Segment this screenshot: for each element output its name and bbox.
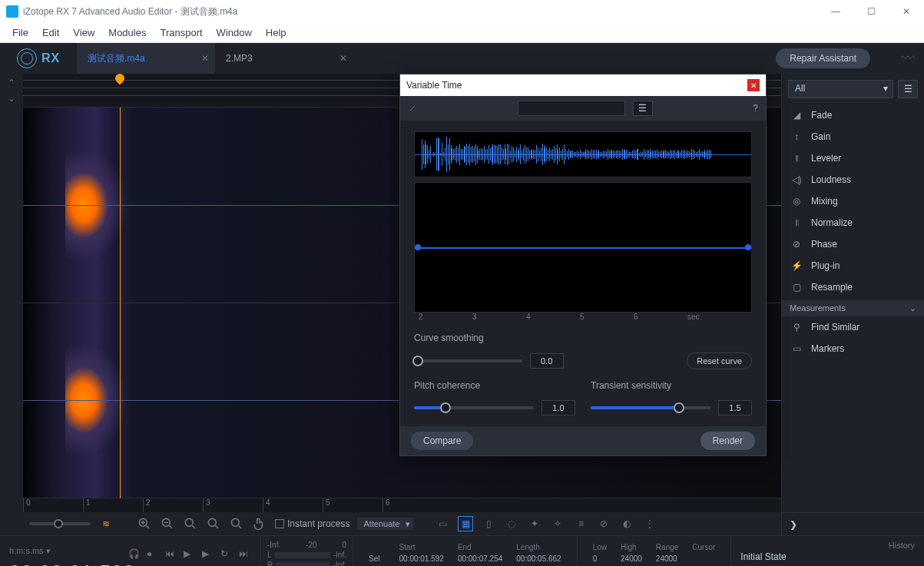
dialog-close-button[interactable]: ✕ <box>747 79 760 91</box>
file-tabs: 测试音频.m4a✕2.MP3✕ <box>77 43 353 74</box>
curve-smoothing-value[interactable]: 0.0 <box>530 353 564 369</box>
curve-handle[interactable] <box>745 244 751 250</box>
transient-value[interactable]: 1.5 <box>718 400 752 415</box>
collapse-down-icon[interactable]: ⌄ <box>3 92 20 104</box>
deselect-icon[interactable]: ⊘ <box>596 516 611 531</box>
tool-find-similar[interactable]: ⚲Find Similar <box>782 316 924 338</box>
instant-process-checkbox[interactable]: Instant process <box>275 518 349 529</box>
time-format-select[interactable]: h:m:s.ms ▾ <box>9 546 51 556</box>
history-state[interactable]: Initial State <box>740 551 915 562</box>
module-icon: ▢ <box>790 280 803 294</box>
module-loudness[interactable]: ◁)Loudness <box>782 169 924 190</box>
chevron-right-icon[interactable]: ❯ <box>790 519 797 530</box>
svg-point-4 <box>231 518 239 526</box>
module-gain[interactable]: ↕Gain <box>782 126 924 147</box>
menu-window[interactable]: Window <box>210 25 258 40</box>
curve-handle[interactable] <box>415 244 421 250</box>
file-tab[interactable]: 2.MP3✕ <box>215 43 353 74</box>
module-normalize[interactable]: ⫴Normalize <box>782 212 924 233</box>
play-button[interactable]: ▶ <box>184 548 196 561</box>
mode-select[interactable]: Attenuate <box>357 518 413 530</box>
measurements-section[interactable]: Measurements⌄ <box>782 300 924 316</box>
tools-list: ⚲Find Similar▭Markers <box>782 316 924 512</box>
close-button[interactable]: ✕ <box>895 6 918 17</box>
menu-view[interactable]: View <box>67 25 101 40</box>
module-icon: ⊘ <box>790 237 803 251</box>
spectro-icon[interactable]: ≋ <box>98 516 114 531</box>
module-leveler[interactable]: ⦀Leveler <box>782 147 924 169</box>
wand-icon[interactable]: ✧ <box>550 516 565 531</box>
invert-sel-icon[interactable]: ◐ <box>619 516 634 531</box>
help-icon[interactable]: ? <box>753 103 758 114</box>
module-resample[interactable]: ▢Resample <box>782 276 924 298</box>
record-button[interactable]: ● <box>147 548 159 561</box>
menu-file[interactable]: File <box>6 25 35 40</box>
dialog-title: Variable Time <box>406 80 462 91</box>
dialog-titlebar[interactable]: Variable Time ✕ <box>400 74 766 96</box>
forward-button[interactable]: ⏭ <box>239 548 251 561</box>
zoom-sel-icon[interactable] <box>183 516 198 531</box>
history-label: History <box>740 541 915 550</box>
zoom-fit-icon[interactable] <box>206 516 221 531</box>
preset-select[interactable] <box>518 101 625 116</box>
module-plug-in[interactable]: ⚡Plug-in <box>782 255 924 276</box>
tool-markers[interactable]: ▭Markers <box>782 338 924 359</box>
menu-edit[interactable]: Edit <box>36 25 65 40</box>
rewind-button[interactable]: ⏮ <box>165 548 177 561</box>
hand-tool-icon[interactable] <box>252 516 267 531</box>
module-phase[interactable]: ⊘Phase <box>782 233 924 255</box>
zoom-tool-icon[interactable] <box>229 516 244 531</box>
zoom-out-icon[interactable] <box>160 516 175 531</box>
waveform-preview[interactable] <box>414 131 752 177</box>
sel-settings-icon[interactable]: ⋮ <box>642 516 657 531</box>
transient-slider[interactable] <box>591 406 710 409</box>
headphones-icon[interactable]: 🎧 <box>128 548 141 561</box>
collapse-up-icon[interactable]: ⌃ <box>3 77 20 89</box>
module-list: ◢Fade↕Gain⦀Leveler◁)Loudness◎Mixing⫴Norm… <box>782 104 924 300</box>
tab-close-icon[interactable]: ✕ <box>339 53 347 64</box>
wave-icon[interactable]: 〰 <box>901 51 924 67</box>
loop-button[interactable]: ↻ <box>220 548 233 561</box>
tab-close-icon[interactable]: ✕ <box>201 53 209 64</box>
menu-help[interactable]: Help <box>260 25 293 40</box>
module-fade[interactable]: ◢Fade <box>782 104 924 126</box>
brush-icon[interactable]: ✦ <box>527 516 542 531</box>
minimize-button[interactable]: ― <box>824 6 847 17</box>
logo: RX <box>0 43 77 74</box>
module-filter-select[interactable]: All <box>788 80 893 98</box>
menu-transport[interactable]: Transport <box>154 25 208 40</box>
lasso-icon[interactable]: ◌ <box>504 516 519 531</box>
compare-button[interactable]: Compare <box>411 432 473 450</box>
play-sel-button[interactable]: ▶ <box>202 548 214 561</box>
zoom-in-icon[interactable] <box>137 516 152 531</box>
selection-info: StartEndLengthSel00:00:01.59200:00:07.25… <box>353 536 578 566</box>
file-tab[interactable]: 测试音频.m4a✕ <box>77 43 215 74</box>
playhead[interactable] <box>120 108 121 498</box>
curve-editor[interactable] <box>414 182 752 313</box>
pitch-coherence-value[interactable]: 1.0 <box>541 400 575 415</box>
time-ruler[interactable]: 0123456 <box>0 498 781 512</box>
curve-tool-icon[interactable]: ⟋ <box>408 103 417 114</box>
variable-time-dialog: Variable Time ✕ ⟋ ☰ ? 23456sec Curve smo… <box>399 74 767 456</box>
module-icon: ⫴ <box>790 216 803 230</box>
frequency-info: LowHighRangeCursor0240002400002400024000… <box>578 536 732 566</box>
pitch-coherence-slider[interactable] <box>414 406 534 409</box>
menu-modules[interactable]: Modules <box>102 25 152 40</box>
playhead-time: 00:00:01.592 <box>9 561 251 566</box>
sel-tf-icon[interactable]: ▦ <box>458 516 473 531</box>
curve-smoothing-slider[interactable] <box>414 359 522 362</box>
tool-icon: ▭ <box>790 342 803 356</box>
reset-curve-button[interactable]: Reset curve <box>687 353 752 369</box>
sel-harmonic-icon[interactable]: ≡ <box>573 516 588 531</box>
repair-assistant-button[interactable]: Repair Assistant <box>776 48 870 68</box>
module-icon: ◁) <box>790 173 803 187</box>
maximize-button[interactable]: ☐ <box>859 6 883 17</box>
sel-time-icon[interactable]: ▭ <box>435 516 450 531</box>
module-menu-button[interactable]: ☰ <box>898 80 918 98</box>
opacity-slider[interactable] <box>29 522 91 525</box>
render-button[interactable]: Render <box>700 432 755 450</box>
sel-freq-icon[interactable]: ▯ <box>481 516 496 531</box>
toolbar: ⦀ ≋ Instant process Attenuate ▭ ▦ ▯ ◌ ✦ … <box>0 512 781 535</box>
module-mixing[interactable]: ◎Mixing <box>782 190 924 212</box>
preset-menu-button[interactable]: ☰ <box>633 101 653 116</box>
